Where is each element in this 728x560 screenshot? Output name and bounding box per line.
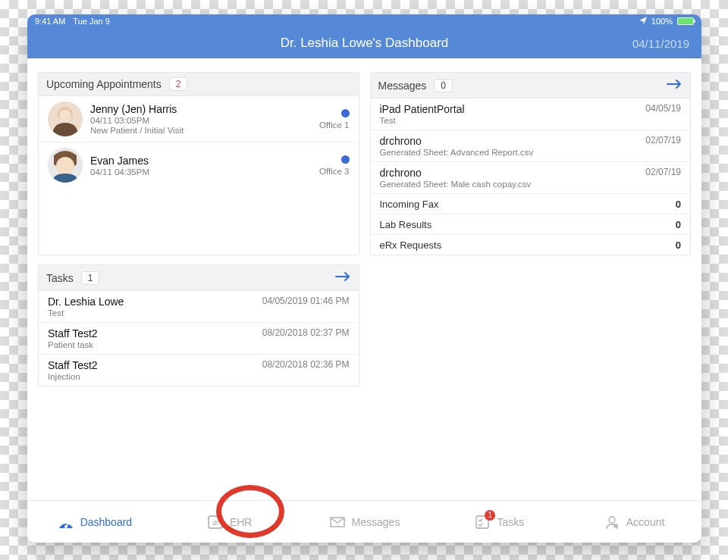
svg-point-2 [59,110,71,122]
task-assignee: Staff Test2 [48,359,255,371]
tab-label: Dashboard [80,516,133,528]
messages-list: iPad PatientPortal Test 04/05/19 drchron… [371,99,691,255]
status-dot-icon [341,155,350,164]
tab-label: Tasks [497,516,524,528]
status-date: Tue Jan 9 [73,17,110,26]
avatar [48,148,83,183]
dashboard-content: Upcoming Appointments 2 Jenny (Jen) Harr… [27,58,701,500]
appointment-time: 04/11 03:05PM [90,116,312,125]
category-label: Lab Results [380,219,432,230]
appointments-list: Jenny (Jen) Harris 04/11 03:05PM New Pat… [39,96,359,188]
message-category-row[interactable]: Incoming Fax 0 [371,194,691,214]
appointments-title: Upcoming Appointments [46,78,162,90]
svg-point-4 [56,157,74,175]
messages-arrow-icon[interactable] [666,77,682,93]
message-sub: Generated Sheet: Advanced Report.csv [380,148,534,157]
tasks-arrow-icon[interactable] [334,270,351,286]
message-category-row[interactable]: eRx Requests 0 [371,235,691,255]
tab-ehr[interactable]: dr EHR [162,501,297,543]
tab-dashboard[interactable]: Dashboard [27,501,162,543]
battery-icon [677,17,694,25]
tasks-badge: 1 [485,510,495,521]
tab-label: Messages [352,516,400,528]
category-count: 0 [676,239,681,251]
category-count: 0 [676,219,681,230]
tasks-count: 1 [81,271,100,285]
task-row[interactable]: Staff Test2 Injection 08/20/2018 02:36 P… [39,355,359,386]
messages-title: Messages [378,80,427,92]
message-row[interactable]: drchrono Generated Sheet: Advanced Repor… [371,130,691,162]
tab-messages[interactable]: Messages [297,501,432,543]
messages-count: 0 [434,79,453,92]
status-time: 9:41 AM [35,17,65,26]
appointment-office: Office 1 [319,120,349,130]
appointment-office: Office 3 [319,167,349,176]
appointments-count: 2 [169,77,188,91]
appointment-name: Evan James [90,155,312,167]
task-date: 08/20/2018 02:36 PM [262,359,350,370]
svg-point-11 [609,517,615,523]
ehr-icon: dr [207,515,224,530]
message-date: 02/07/19 [645,135,681,145]
nav-header: Dr. Leshia Lowe's Dashboard 04/11/2019 [27,28,701,58]
task-note: Injection [48,372,255,381]
category-count: 0 [676,199,681,210]
category-label: eRx Requests [380,239,442,251]
avatar [48,102,83,136]
appointment-type: New Patient / Initial Visit [90,126,312,135]
message-date: 04/05/19 [645,103,681,114]
appointment-row[interactable]: Jenny (Jen) Harris 04/11 03:05PM New Pat… [39,96,359,142]
task-date: 04/05/2019 01:46 PM [262,296,350,306]
appointments-card: Upcoming Appointments 2 Jenny (Jen) Harr… [38,72,359,255]
task-assignee: Dr. Leshia Lowe [48,296,255,308]
task-date: 08/20/2018 02:37 PM [262,327,350,338]
appointment-row[interactable]: Evan James 04/11 04:35PM Office 3 [39,142,359,188]
appointment-time: 04/11 04:35PM [90,167,312,177]
page-title: Dr. Leshia Lowe's Dashboard [281,36,449,51]
account-icon [604,515,620,530]
task-row[interactable]: Dr. Leshia Lowe Test 04/05/2019 01:46 PM [39,291,359,323]
task-assignee: Staff Test2 [48,327,255,339]
task-note: Patient task [48,340,255,349]
tasks-list: Dr. Leshia Lowe Test 04/05/2019 01:46 PM… [39,291,359,386]
header-date[interactable]: 04/11/2019 [632,28,689,58]
tab-tasks[interactable]: 1 Tasks [431,501,566,543]
message-sub: Generated Sheet: Male cash copay.csv [380,180,532,189]
location-icon [639,17,647,26]
message-title: drchrono [380,135,534,147]
task-note: Test [48,308,255,318]
message-title: drchrono [380,167,532,179]
message-row[interactable]: drchrono Generated Sheet: Male cash copa… [371,162,691,194]
task-row[interactable]: Staff Test2 Patient task 08/20/2018 02:3… [39,323,359,355]
message-date: 02/07/19 [645,167,681,177]
svg-text:dr: dr [212,519,218,527]
tasks-card: Tasks 1 Dr. Leshia Lowe Test 04/05/2019 … [38,264,359,386]
message-sub: Test [380,116,465,125]
device-frame: 9:41 AM Tue Jan 9 100% Dr. Leshia Lowe's… [27,14,701,543]
tasks-title: Tasks [46,272,74,284]
tab-account[interactable]: Account [566,501,701,543]
tasks-header: Tasks 1 [39,265,359,291]
message-row[interactable]: iPad PatientPortal Test 04/05/19 [371,99,691,130]
status-bar: 9:41 AM Tue Jan 9 100% [27,14,701,28]
tabbar: Dashboard dr EHR Messages 1 Tasks Acc [27,500,701,543]
gauge-icon [58,515,74,530]
svg-point-12 [614,524,617,527]
appointments-header: Upcoming Appointments 2 [39,73,359,96]
messages-header: Messages 0 [371,73,691,99]
status-dot-icon [341,109,350,117]
checklist-icon: 1 [474,515,491,530]
messages-card: Messages 0 iPad PatientPortal Test 04/05… [370,72,692,255]
category-label: Incoming Fax [380,199,439,210]
tab-label: EHR [230,516,253,528]
appointment-name: Jenny (Jen) Harris [90,103,312,115]
message-title: iPad PatientPortal [380,103,465,115]
tab-label: Account [626,516,665,528]
envelope-icon [329,515,346,530]
message-category-row[interactable]: Lab Results 0 [371,214,691,235]
status-battery: 100% [651,17,673,26]
